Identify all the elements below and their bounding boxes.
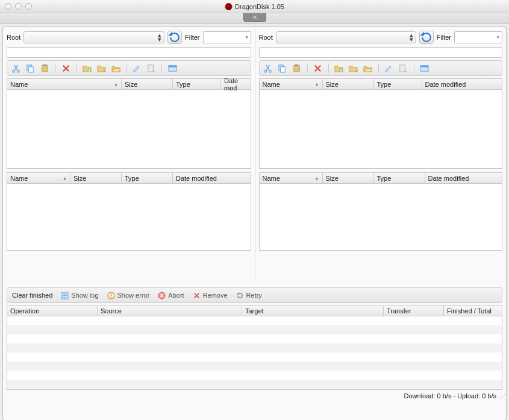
show-error-button[interactable]: Show error bbox=[107, 292, 150, 299]
col-type[interactable]: Type bbox=[374, 79, 422, 89]
svg-rect-9 bbox=[168, 65, 176, 67]
root-label: Root bbox=[259, 34, 273, 41]
window-zoom-button[interactable] bbox=[25, 3, 32, 10]
cut-icon[interactable] bbox=[11, 63, 20, 73]
toolbar-left bbox=[7, 60, 251, 76]
svg-rect-19 bbox=[420, 65, 428, 67]
file-grid-right-bottom[interactable]: Name▲ Size Type Date modified bbox=[259, 172, 503, 251]
show-log-button[interactable]: Show log bbox=[61, 292, 98, 299]
filter-select-left[interactable]: ▾ bbox=[203, 31, 251, 43]
svg-point-1 bbox=[17, 70, 19, 72]
filter-select-right[interactable]: ▾ bbox=[454, 31, 502, 43]
svg-point-10 bbox=[264, 70, 267, 72]
view-icon[interactable] bbox=[167, 63, 177, 73]
cut-icon[interactable] bbox=[263, 63, 273, 73]
col-source[interactable]: Source bbox=[98, 306, 242, 316]
col-type[interactable]: Type bbox=[173, 79, 221, 89]
delete-icon[interactable] bbox=[313, 63, 323, 73]
refresh-icon bbox=[420, 31, 433, 44]
window-title: DragonDisk 1.05 bbox=[235, 3, 284, 10]
filter-label: Filter bbox=[437, 34, 451, 41]
col-name[interactable]: Name▲ bbox=[7, 79, 122, 89]
col-name[interactable]: Name▲ bbox=[260, 173, 323, 183]
col-size[interactable]: Size bbox=[323, 79, 374, 89]
path-input-left[interactable] bbox=[7, 47, 251, 58]
log-icon bbox=[61, 292, 69, 299]
retry-icon bbox=[236, 292, 244, 299]
left-pane: Root ▴▾ Filter ▾ bbox=[3, 27, 255, 280]
root-label: Root bbox=[7, 34, 20, 41]
properties-icon[interactable] bbox=[146, 63, 156, 73]
svg-rect-5 bbox=[43, 64, 46, 66]
col-type[interactable]: Type bbox=[122, 173, 173, 183]
col-name[interactable]: Name▲ bbox=[7, 173, 70, 183]
file-grid-left-top[interactable]: Name▲ Size Type Date mod bbox=[7, 78, 251, 169]
transfer-status: Download: 0 b/s - Upload: 0 b/s bbox=[404, 392, 496, 400]
col-transfer[interactable]: Transfer bbox=[384, 306, 444, 316]
refresh-button-right[interactable] bbox=[419, 31, 434, 44]
col-size[interactable]: Size bbox=[70, 173, 122, 183]
svg-point-22 bbox=[110, 296, 111, 298]
svg-point-11 bbox=[269, 70, 271, 72]
col-modified[interactable]: Date modified bbox=[422, 79, 502, 89]
root-combo-right[interactable]: ▴▾ bbox=[276, 31, 416, 43]
window-minimize-button[interactable] bbox=[15, 3, 22, 10]
resize-grip-icon[interactable]: ⋰ bbox=[499, 393, 504, 401]
operations-grid[interactable]: Operation Source Target Transfer Finishe… bbox=[7, 306, 502, 390]
col-target[interactable]: Target bbox=[242, 306, 384, 316]
app-icon bbox=[225, 3, 232, 10]
filter-label: Filter bbox=[185, 34, 199, 41]
col-size[interactable]: Size bbox=[122, 79, 173, 89]
abort-icon bbox=[158, 292, 166, 299]
svg-rect-13 bbox=[281, 66, 286, 72]
col-modified[interactable]: Date modified bbox=[425, 173, 502, 183]
svg-point-0 bbox=[12, 70, 14, 72]
copy-icon[interactable] bbox=[278, 63, 287, 73]
copy-icon[interactable] bbox=[25, 63, 35, 73]
retry-button[interactable]: Retry bbox=[236, 292, 262, 299]
status-bar: Download: 0 b/s - Upload: 0 b/s ⋰ bbox=[3, 390, 506, 400]
delete-icon[interactable] bbox=[61, 63, 70, 73]
tab-close-button[interactable]: ✕ bbox=[243, 12, 266, 22]
svg-rect-7 bbox=[148, 64, 152, 71]
col-modified[interactable]: Date mod bbox=[221, 79, 251, 89]
toolbar-right bbox=[259, 60, 503, 76]
root-combo-left[interactable]: ▴▾ bbox=[23, 31, 164, 43]
paste-icon[interactable] bbox=[292, 63, 302, 73]
titlebar: DragonDisk 1.05 bbox=[0, 0, 509, 13]
remove-icon bbox=[193, 292, 201, 299]
right-pane: Root ▴▾ Filter ▾ bbox=[255, 27, 507, 280]
new-folder-icon[interactable] bbox=[334, 63, 344, 73]
remove-button[interactable]: Remove bbox=[193, 292, 228, 299]
path-input-right[interactable] bbox=[259, 47, 503, 58]
svg-rect-3 bbox=[28, 66, 33, 72]
file-grid-right-top[interactable]: Name▲ Size Type Date modified bbox=[259, 78, 503, 169]
folder-open-icon[interactable] bbox=[363, 63, 373, 73]
col-type[interactable]: Type bbox=[374, 173, 425, 183]
folder-up-icon[interactable] bbox=[96, 63, 106, 73]
window-close-button[interactable] bbox=[5, 3, 11, 10]
svg-rect-17 bbox=[400, 64, 405, 71]
close-icon: ✕ bbox=[252, 14, 257, 20]
view-icon[interactable] bbox=[420, 63, 429, 73]
refresh-button-left[interactable] bbox=[167, 31, 182, 44]
file-grid-left-bottom[interactable]: Name▲ Size Type Date modified bbox=[7, 172, 251, 251]
properties-icon[interactable] bbox=[399, 63, 408, 73]
paste-icon[interactable] bbox=[40, 63, 49, 73]
clear-finished-button[interactable]: Clear finished bbox=[12, 292, 52, 299]
col-modified[interactable]: Date modified bbox=[173, 173, 251, 183]
edit-icon[interactable] bbox=[384, 63, 394, 73]
col-finished[interactable]: Finished / Total bbox=[444, 306, 502, 316]
col-size[interactable]: Size bbox=[323, 173, 374, 183]
folder-up-icon[interactable] bbox=[349, 63, 358, 73]
toolbar-tab-area: ✕ bbox=[0, 13, 509, 24]
col-name[interactable]: Name▲ bbox=[260, 79, 323, 89]
edit-icon[interactable] bbox=[132, 63, 142, 73]
col-operation[interactable]: Operation bbox=[7, 306, 98, 316]
refresh-icon bbox=[168, 31, 181, 44]
folder-open-icon[interactable] bbox=[111, 63, 120, 73]
new-folder-icon[interactable] bbox=[82, 63, 92, 73]
log-toolbar: Clear finished Show log Show error Abort… bbox=[7, 287, 502, 303]
abort-button[interactable]: Abort bbox=[158, 292, 184, 299]
svg-rect-15 bbox=[295, 64, 299, 66]
